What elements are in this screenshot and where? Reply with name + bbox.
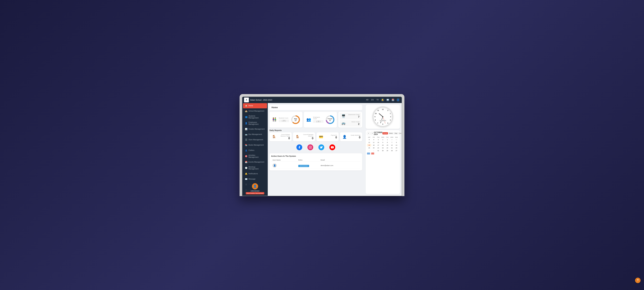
cal-day-29[interactable]: 29 bbox=[385, 150, 390, 152]
main-layout: 🏠 Home 🏫 School Management 👥 Students Ma… bbox=[242, 103, 402, 196]
cal-day-15[interactable]: 15 bbox=[385, 144, 390, 146]
notifications-icon[interactable]: 🔔 bbox=[381, 98, 384, 102]
sidebar-item-clothes[interactable]: 👗 Clothes bbox=[243, 148, 267, 153]
classrooms-buses-card: 🖥️ Classrooms Count 7 🚌 Buses Count 2 bbox=[338, 112, 362, 128]
calendar-icon[interactable]: 📅 bbox=[391, 98, 395, 102]
employees-img: 👥 bbox=[306, 116, 312, 123]
sidebar-label-home: Home bbox=[248, 105, 253, 107]
cal-day-24[interactable]: 24 bbox=[376, 147, 380, 149]
cal-day-21[interactable]: 21 bbox=[390, 147, 394, 149]
student-absence-label: Count Student Absence Today bbox=[278, 134, 290, 137]
user-icon[interactable]: 👤 bbox=[396, 98, 400, 102]
cal-prev-btn[interactable]: < bbox=[367, 132, 370, 135]
active-users-title: Active Users In The System bbox=[271, 155, 360, 157]
sidebar-item-bus[interactable]: 🚌 Bus Management bbox=[243, 132, 267, 137]
sidebar-item-grades[interactable]: 📊 Grades Management bbox=[243, 126, 267, 132]
legend-events: Events bbox=[367, 153, 370, 154]
cal-day-10[interactable]: 10 bbox=[376, 141, 380, 144]
sidebar-user-status: Must Confirm Your Account bbox=[246, 192, 264, 194]
cal-day-11[interactable]: 11 bbox=[372, 141, 376, 144]
cal-day-17[interactable]: 17 bbox=[376, 144, 380, 146]
twitter-button[interactable] bbox=[318, 144, 324, 150]
employees-icon: 👤 bbox=[245, 122, 248, 125]
help-button[interactable]: ? bbox=[635, 278, 640, 283]
cal-day-1[interactable]: 1 bbox=[385, 138, 390, 141]
lang-ar[interactable]: AR bbox=[366, 98, 369, 101]
cal-day-7[interactable]: 7 bbox=[390, 141, 394, 144]
cal-day-14[interactable]: 14 bbox=[390, 144, 394, 146]
clothes-icon: 👗 bbox=[245, 149, 248, 152]
clock-4: 4 bbox=[390, 119, 391, 121]
cal-day-19-today[interactable]: 19 bbox=[367, 144, 371, 146]
cal-next-btn[interactable]: > bbox=[371, 132, 374, 135]
cal-day-28[interactable]: 28 bbox=[390, 150, 394, 152]
right-panel: 12 3 6 9 2 11 1 4 5 7 8 10 bbox=[364, 103, 402, 196]
activities-icon: 🎯 bbox=[245, 155, 248, 158]
messages-icon[interactable]: ✉️ bbox=[386, 98, 390, 102]
sidebar-item-employees[interactable]: 👤 Employees Management bbox=[243, 120, 267, 126]
sidebar-item-school[interactable]: 🏫 School Management bbox=[243, 108, 267, 114]
sidebar-item-notifications[interactable]: 🔔 Notifications bbox=[243, 171, 267, 176]
cal-day-30p[interactable]: 30 bbox=[390, 138, 394, 141]
report-grade-meetings: 👤 Grade Meetings 0 bbox=[340, 132, 362, 141]
clock-3: 3 bbox=[390, 116, 391, 118]
cal-day-5[interactable]: 5 bbox=[367, 138, 371, 141]
students-card: 👫 Students Count ( 25 ) Male bbox=[270, 112, 302, 128]
payments-value: 0 bbox=[325, 136, 337, 139]
cal-day-29p[interactable]: 29 bbox=[394, 138, 398, 141]
cal-day-13[interactable]: 13 bbox=[394, 144, 398, 146]
cal-day-20[interactable]: 20 bbox=[394, 147, 398, 149]
clock-face: 12 3 6 9 2 11 1 4 5 7 8 10 bbox=[372, 106, 393, 127]
app-logo: A bbox=[244, 98, 249, 102]
calendar-month-title: OCTOBER 2024 bbox=[374, 132, 382, 135]
sidebar-label-message: Message bbox=[248, 178, 256, 180]
sidebar-item-store[interactable]: 🗄️ Store Management bbox=[243, 137, 267, 142]
employees-total: ( 10 ) bbox=[313, 120, 323, 123]
cal-day-30[interactable]: 30 bbox=[380, 150, 385, 152]
instagram-button[interactable] bbox=[308, 144, 313, 150]
sidebar-user: 👤 Administrator Must Confirm Your Accoun… bbox=[244, 183, 266, 194]
cal-day-6[interactable]: 6 bbox=[394, 141, 398, 144]
student-absence-icon: 🪑 bbox=[271, 134, 277, 140]
cal-day-4[interactable]: 4 bbox=[372, 138, 376, 141]
sidebar-item-message[interactable]: ✉️ Message bbox=[243, 176, 267, 182]
facebook-button[interactable] bbox=[296, 144, 302, 150]
cal-view-week[interactable]: Week bbox=[388, 132, 394, 134]
youtube-button[interactable] bbox=[330, 144, 335, 150]
sidebar-item-events[interactable]: 📅 Events Management bbox=[243, 160, 267, 165]
cal-day-23[interactable]: 23 bbox=[380, 147, 385, 149]
cal-day-2[interactable]: 2 bbox=[380, 138, 385, 141]
cal-day-22[interactable]: 22 bbox=[385, 147, 390, 149]
cal-day-26[interactable]: 26 bbox=[367, 147, 371, 149]
sidebar-label-notifications: Notifications bbox=[248, 173, 258, 174]
sidebar-item-books[interactable]: 📚 Books Management bbox=[243, 142, 267, 148]
cal-day-12[interactable]: 12 bbox=[367, 141, 371, 144]
cal-day-16[interactable]: 16 bbox=[380, 144, 385, 146]
calendar-nav: < > bbox=[367, 132, 374, 135]
lang-en[interactable]: EN bbox=[370, 98, 374, 101]
lang-tr[interactable]: TR bbox=[376, 98, 379, 101]
sidebar: 🏠 Home 🏫 School Management 👥 Students Ma… bbox=[242, 103, 268, 196]
cal-day-9[interactable]: 9 bbox=[380, 141, 385, 144]
cal-day-27[interactable]: 27 bbox=[394, 150, 398, 152]
store-icon: 🗄️ bbox=[245, 138, 248, 141]
cal-day-3[interactable]: 3 bbox=[376, 138, 380, 141]
sidebar-item-meetings[interactable]: 🕐 Meetings Management bbox=[243, 165, 267, 171]
cal-day-25[interactable]: 25 bbox=[372, 147, 376, 149]
sidebar-item-students[interactable]: 👥 Students Management bbox=[243, 114, 267, 120]
page-header: Home bbox=[270, 105, 362, 110]
sidebar-item-activities[interactable]: 🎯 Activities Management bbox=[243, 153, 267, 159]
cal-day-18[interactable]: 18 bbox=[372, 144, 376, 146]
sidebar-item-home[interactable]: 🏠 Home bbox=[243, 103, 267, 108]
daily-reports-title: Daily Reports bbox=[270, 129, 362, 131]
sidebar-user-avatar: 👤 bbox=[252, 183, 258, 190]
cal-view-day[interactable]: Day bbox=[394, 132, 398, 134]
cal-day-31[interactable]: 31 bbox=[376, 150, 380, 152]
cal-day-1n[interactable]: 1 bbox=[372, 150, 376, 152]
cal-view-list[interactable]: List bbox=[398, 132, 402, 134]
cal-day-2n[interactable]: 2 bbox=[367, 150, 371, 152]
cal-day-8[interactable]: 8 bbox=[385, 141, 390, 144]
cal-view-month[interactable]: Month bbox=[382, 132, 388, 134]
sidebar-label-school: School Management bbox=[248, 110, 264, 112]
student-absence-info: Count Student Absence Today 0 bbox=[278, 134, 290, 140]
